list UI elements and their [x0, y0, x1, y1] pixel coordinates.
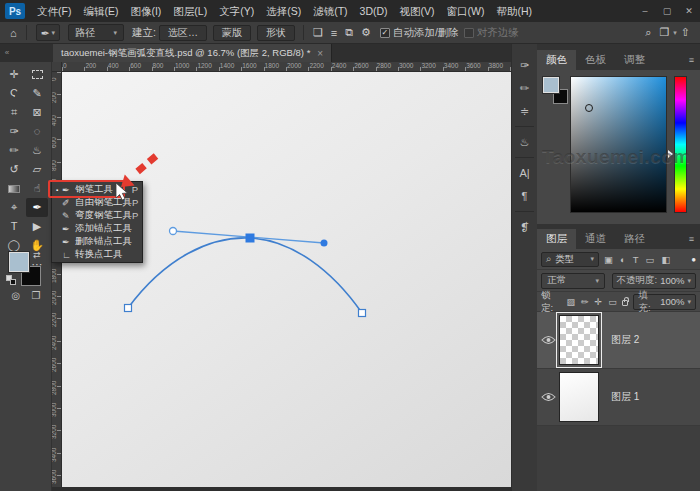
geometry-options-icon[interactable]: ⚙ [357, 26, 375, 39]
path-alignment-icon[interactable]: ≡ [327, 27, 341, 39]
fill-field[interactable]: 填充: 100% ▾ [633, 294, 696, 310]
tool-move[interactable]: ✛ [3, 65, 25, 84]
color-tab-调整[interactable]: 调整 [615, 50, 654, 70]
tool-quick-selection[interactable]: ✎ [26, 84, 48, 103]
layer-thumbnail[interactable] [559, 315, 599, 365]
menubar-item[interactable]: 图像(I) [124, 0, 167, 22]
hue-slider-marker[interactable] [668, 150, 673, 158]
document-tab[interactable]: taoxuemei-钢笔画弧变直线.psd @ 16.7% (图层 2, RGB… [53, 44, 332, 62]
tool-preset-picker[interactable]: ✒ ▾ [36, 24, 60, 41]
filter-pixel-layers-icon[interactable]: ▣ [604, 254, 613, 265]
path-arrangement-icon[interactable]: ⧉ [341, 26, 357, 39]
lock-position-icon[interactable]: ✛ [595, 297, 603, 307]
hue-slider[interactable] [674, 76, 687, 213]
photoshop-logo-icon[interactable]: Ps [5, 3, 25, 19]
tool-type[interactable]: T [3, 217, 25, 236]
filter-type-layers-icon[interactable]: T [633, 254, 639, 265]
path-operations-icon[interactable]: ❏ [309, 26, 327, 39]
clone-source-icon[interactable]: ♨ [515, 132, 535, 152]
flyout-item-添加锚点工具[interactable]: ✒添加锚点工具 [52, 222, 142, 235]
glyphs-icon[interactable]: ❡ [515, 217, 535, 237]
opacity-field[interactable]: 不透明度: 100% ▾ [612, 273, 696, 289]
close-button[interactable]: ✕ [678, 0, 700, 22]
make-selection-button[interactable]: 选区… [159, 25, 207, 41]
tool-crop[interactable]: ⌗ [3, 103, 25, 122]
document-canvas[interactable] [62, 72, 511, 487]
flyout-item-自由钢笔工具[interactable]: ✐自由钢笔工具P [52, 196, 142, 209]
menubar-item[interactable]: 3D(D) [354, 0, 394, 22]
blend-mode-select[interactable]: 正常 ▾ [541, 273, 605, 289]
flyout-item-弯度钢笔工具[interactable]: ✎弯度钢笔工具P [52, 209, 142, 222]
auto-add-delete-checkbox[interactable]: ✓ [380, 28, 390, 38]
tool-smudge[interactable]: ☝ [26, 179, 48, 198]
quick-mask-icon[interactable]: ◎ [11, 290, 20, 301]
tool-gradient[interactable] [3, 179, 25, 198]
filter-shape-layers-icon[interactable]: ▭ [646, 254, 655, 265]
tool-presets-icon[interactable]: ≑ [515, 101, 535, 121]
tab-close-icon[interactable]: × [317, 48, 323, 59]
align-edges-checkbox[interactable] [464, 28, 474, 38]
menubar-item[interactable]: 滤镜(T) [307, 0, 353, 22]
tool-clone-stamp[interactable]: ♨ [26, 141, 48, 160]
menubar-item[interactable]: 窗口(W) [441, 0, 491, 22]
lock-image-pixels-icon[interactable]: ✏ [581, 297, 589, 307]
menubar-item[interactable]: 文件(F) [31, 0, 77, 22]
tool-lasso[interactable]: Ϛ [3, 84, 25, 103]
flyout-item-钢笔工具[interactable]: ▪✒钢笔工具P [52, 183, 142, 196]
default-colors-icon[interactable] [6, 275, 16, 285]
lock-artboard-icon[interactable]: ▭ [608, 297, 617, 307]
make-mask-button[interactable]: 蒙版 [213, 25, 251, 41]
menubar-item[interactable]: 编辑(E) [77, 0, 124, 22]
layers-tab-图层[interactable]: 图层 [537, 229, 576, 249]
workspace-icon[interactable]: ❐ [655, 26, 673, 39]
filter-adjustment-layers-icon[interactable]: ◐ [620, 254, 626, 265]
foreground-color-swatch[interactable] [9, 252, 29, 272]
layers-tab-通道[interactable]: 通道 [576, 229, 615, 249]
character-icon[interactable]: A| [515, 163, 535, 183]
lock-transparent-pixels-icon[interactable]: ▨ [567, 297, 576, 307]
layer-thumbnail[interactable] [559, 372, 599, 422]
make-shape-button[interactable]: 形状 [257, 25, 295, 41]
home-icon[interactable]: ⌂ [6, 27, 21, 39]
color-picker-cursor[interactable] [585, 104, 593, 112]
menubar-item[interactable]: 帮助(H) [491, 0, 539, 22]
color-tab-颜色[interactable]: 颜色 [537, 50, 576, 70]
maximize-button[interactable]: ▢ [656, 0, 678, 22]
flyout-item-删除锚点工具[interactable]: ✒删除锚点工具 [52, 235, 142, 248]
lock-all-icon[interactable] [622, 300, 629, 306]
tool-mode-select[interactable]: 路径 ▾ [68, 24, 124, 41]
panel-menu-icon[interactable]: ≡ [689, 229, 700, 249]
color-tab-色板[interactable]: 色板 [576, 50, 615, 70]
panel-menu-icon[interactable]: ≡ [689, 50, 700, 70]
tool-marquee[interactable] [26, 65, 48, 84]
visibility-eye-icon[interactable] [537, 335, 559, 345]
menubar-item[interactable]: 图层(L) [167, 0, 213, 22]
menubar-item[interactable]: 文字(Y) [213, 0, 260, 22]
tool-path-selection[interactable]: ▶ [26, 217, 48, 236]
layer-row[interactable]: 图层 2 [537, 312, 700, 369]
layer-row[interactable]: 图层 1 [537, 369, 700, 426]
layer-filter-select[interactable]: ⌕ 类型 ▾ [541, 252, 599, 267]
tool-healing-brush[interactable]: ◌ [26, 122, 48, 141]
menubar-item[interactable]: 视图(V) [394, 0, 441, 22]
tool-brush[interactable]: ✏ [3, 141, 25, 160]
brushes-icon[interactable]: ✏ [515, 78, 535, 98]
visibility-eye-icon[interactable] [537, 392, 559, 402]
menubar-item[interactable]: 选择(S) [260, 0, 307, 22]
saturation-brightness-picker[interactable] [570, 76, 667, 213]
screen-mode-icon[interactable]: ❐ [32, 290, 41, 301]
paragraph-icon[interactable]: ¶ [515, 186, 535, 206]
tool-eraser[interactable]: ▱ [26, 160, 48, 179]
minimize-button[interactable]: – [634, 0, 656, 22]
share-icon[interactable]: ⇧ [677, 26, 694, 39]
tool-frame[interactable]: ⊠ [26, 103, 48, 122]
collapse-toolbar-icon[interactable]: « [0, 44, 14, 62]
search-icon[interactable]: ⌕ [641, 26, 655, 39]
filter-switch-icon[interactable]: ● [691, 255, 696, 264]
tool-pen[interactable]: ✒ [26, 198, 48, 217]
tool-history-brush[interactable]: ↺ [3, 160, 25, 179]
tool-eyedropper[interactable]: ✑ [3, 122, 25, 141]
flyout-item-转换点工具[interactable]: ∟转换点工具 [52, 248, 142, 261]
swap-colors-icon[interactable]: ⇄ [33, 250, 41, 260]
brush-settings-icon[interactable]: ✑ [515, 55, 535, 75]
